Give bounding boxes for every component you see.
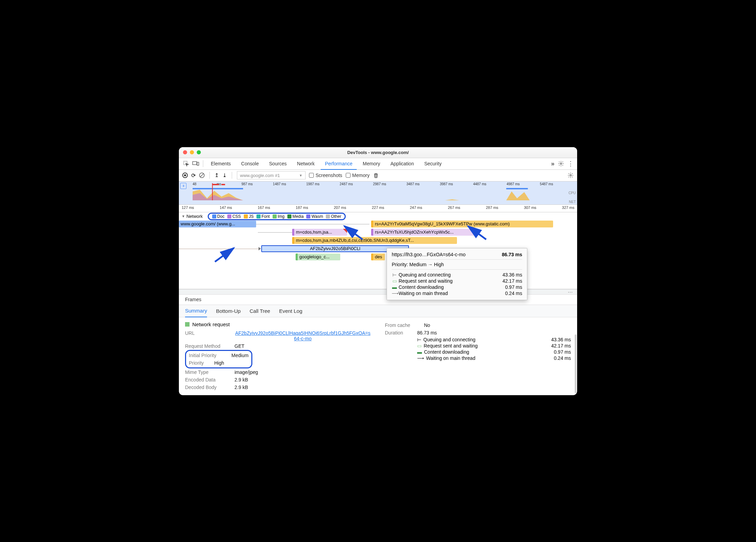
legend-js: JS <box>244 214 254 219</box>
network-track: ▼ Network Doc CSS JS Font Img Media Wasm… <box>179 212 577 289</box>
tab-memory[interactable]: Memory <box>359 158 385 169</box>
upload-icon[interactable]: ↥ <box>215 172 219 178</box>
device-icon[interactable] <box>192 160 199 167</box>
svg-point-3 <box>560 163 562 165</box>
memory-checkbox[interactable]: Memory <box>346 173 370 178</box>
scrollbar[interactable] <box>575 334 576 393</box>
screenshots-checkbox[interactable]: Screenshots <box>309 173 342 178</box>
titlebar: DevTools - www.google.com/ <box>179 147 577 158</box>
perf-toolbar: ⟳ ↥ ⤓ www.google.com #1 ▼ Screenshots Me… <box>179 170 577 181</box>
close-icon[interactable] <box>183 150 187 154</box>
pause-icon[interactable]: ⏸ <box>180 183 186 189</box>
subtab-eventlog[interactable]: Event Log <box>279 305 302 317</box>
devtools-window: DevTools - www.google.com/ Elements Cons… <box>179 147 577 395</box>
traffic-lights <box>183 150 201 154</box>
request-tooltip: https://lh3.goo…FGxOA=s64-c-mo86.73 ms P… <box>387 248 527 300</box>
tab-performance[interactable]: Performance <box>321 158 356 170</box>
separator <box>203 160 203 167</box>
priority-change-icon <box>343 229 347 233</box>
svg-rect-11 <box>221 184 225 185</box>
minimize-icon[interactable] <box>190 150 194 154</box>
legend-font: Font <box>256 214 270 219</box>
summary-panel: Network request URLAF2bZyivvJ92o5BiPi0CL… <box>179 317 577 395</box>
legend-other: Other <box>326 214 341 219</box>
window-title: DevTools - www.google.com/ <box>179 150 577 155</box>
main-tabs: Elements Console Sources Network Perform… <box>179 158 577 170</box>
svg-line-12 <box>215 248 234 262</box>
network-legend: Doc CSS JS Font Img Media Wasm Other <box>208 213 346 220</box>
priority-change-icon <box>470 229 474 233</box>
network-track-header[interactable]: ▼ Network Doc CSS JS Font Img Media Wasm… <box>179 212 577 221</box>
chevron-down-icon: ▼ <box>299 174 302 177</box>
request-type-icon <box>185 322 190 327</box>
svg-rect-2 <box>197 162 199 165</box>
record-button[interactable] <box>182 173 188 178</box>
tab-sources[interactable]: Sources <box>265 158 291 169</box>
subtab-bottomup[interactable]: Bottom-Up <box>216 305 241 317</box>
disclosure-icon: ▼ <box>182 214 185 218</box>
tab-console[interactable]: Console <box>237 158 263 169</box>
detail-subtabs: Summary Bottom-Up Call Tree Event Log <box>179 305 577 317</box>
recording-select[interactable]: www.google.com #1 ▼ <box>237 171 306 179</box>
kebab-icon[interactable]: ⋮ <box>568 160 574 167</box>
svg-rect-7 <box>193 188 243 189</box>
request-bar-css2[interactable]: rs=AA2YrTsXU5hjdOZrxXehYcpWx5c... <box>371 229 474 236</box>
legend-doc: Doc <box>212 214 225 219</box>
legend-css: CSS <box>227 214 241 219</box>
timeline-overview[interactable]: ⏸ 48ms 987 ms1487 ms 1987 ms2487 ms 2987… <box>179 181 577 205</box>
more-tabs-icon[interactable]: » <box>551 160 554 167</box>
request-bar-des[interactable]: des <box>371 254 385 260</box>
svg-line-5 <box>200 174 204 177</box>
gc-icon[interactable] <box>373 172 379 178</box>
request-bar-js1[interactable]: rs=AA2YrTv0taM5qVgw38gU_15kX9WFXe5TPw (w… <box>371 221 553 227</box>
priority-highlight: Initial PriorityMedium PriorityHigh <box>185 350 252 368</box>
request-bar-doc[interactable]: www.google.com/ (www.g... <box>179 221 256 227</box>
reload-icon[interactable]: ⟳ <box>191 172 196 179</box>
svg-point-6 <box>570 175 572 176</box>
svg-rect-8 <box>506 188 528 189</box>
tab-security[interactable]: Security <box>420 158 446 169</box>
legend-img: Img <box>273 214 285 219</box>
request-bar-css1[interactable]: m=cdos,hsm,jsa... <box>292 229 347 236</box>
legend-wasm: Wasm <box>306 214 323 219</box>
url-link[interactable]: AF2bZyivvJ92o5BiPi0CLlHaqa5IHNOi6SrpLrbf… <box>234 330 371 341</box>
time-ruler[interactable]: 127 ms147 ms 167 ms187 ms 207 ms227 ms 2… <box>179 205 577 212</box>
clear-icon[interactable] <box>199 173 205 178</box>
subtab-summary[interactable]: Summary <box>185 305 207 317</box>
request-bar-img[interactable]: googlelogo_c... <box>296 254 340 260</box>
svg-rect-1 <box>193 162 197 165</box>
legend-media: Media <box>287 214 304 219</box>
zoom-icon[interactable] <box>197 150 201 154</box>
overview-activity <box>193 188 553 200</box>
svg-rect-10 <box>213 184 219 185</box>
request-bar-js2[interactable]: m=cdos,hsm,jsa,mb4ZUb,d,csi,cEt90b,SNUn3… <box>292 237 457 244</box>
tab-application[interactable]: Application <box>386 158 418 169</box>
network-rows[interactable]: www.google.com/ (www.g... rs=AA2YrTv0taM… <box>179 221 577 289</box>
download-icon[interactable]: ⤓ <box>222 172 227 178</box>
initiator-arrow-icon <box>259 247 261 250</box>
inspect-icon[interactable] <box>182 160 190 167</box>
gear-icon[interactable] <box>558 161 564 167</box>
tab-network[interactable]: Network <box>293 158 319 169</box>
tab-elements[interactable]: Elements <box>207 158 235 169</box>
settings-gear-icon[interactable] <box>568 172 574 178</box>
subtab-calltree[interactable]: Call Tree <box>250 305 270 317</box>
